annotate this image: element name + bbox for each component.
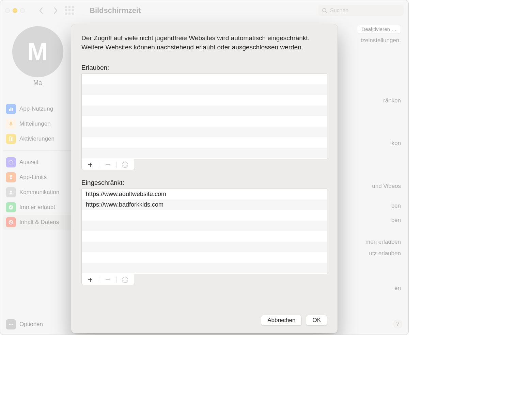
list-row[interactable]: https://www.badforkkids.com <box>82 199 327 210</box>
restrict-more-button[interactable]: … <box>116 277 134 283</box>
restrict-list[interactable]: https://www.adultwebsite.com https://www… <box>81 189 327 274</box>
restrict-list-label: Eingeschränkt: <box>81 179 327 187</box>
list-row-text: https://www.badforkkids.com <box>86 201 163 208</box>
allow-list[interactable] <box>81 74 327 159</box>
list-row[interactable] <box>82 210 327 221</box>
list-row[interactable] <box>82 252 327 263</box>
cancel-button[interactable]: Abbrechen <box>261 315 302 326</box>
modal-description: Der Zugriff auf viele nicht jugendfreie … <box>81 34 327 52</box>
ok-button[interactable]: OK <box>306 315 327 326</box>
allow-list-footer: … <box>81 159 135 170</box>
list-row[interactable] <box>82 95 327 106</box>
list-row[interactable] <box>82 137 327 148</box>
list-row[interactable] <box>82 84 327 95</box>
allow-remove-button <box>99 162 116 167</box>
list-row[interactable] <box>82 74 327 84</box>
allow-more-button[interactable]: … <box>116 162 134 168</box>
ellipsis-icon: … <box>122 277 128 283</box>
list-row[interactable] <box>82 242 327 252</box>
list-row-text: https://www.adultwebsite.com <box>86 191 166 198</box>
list-row[interactable] <box>82 231 327 242</box>
restrict-remove-button <box>99 277 116 282</box>
list-row[interactable] <box>82 106 327 116</box>
ellipsis-icon: … <box>122 162 128 168</box>
allow-list-label: Erlauben: <box>81 64 327 71</box>
restrict-list-footer: … <box>81 274 135 285</box>
list-row[interactable] <box>82 148 327 158</box>
web-content-sheet: Der Zugriff auf viele nicht jugendfreie … <box>71 24 338 333</box>
restrict-add-button[interactable] <box>82 277 99 282</box>
list-row[interactable] <box>82 221 327 231</box>
modal-button-row: Abbrechen OK <box>81 309 327 326</box>
list-row[interactable] <box>82 263 327 273</box>
list-row[interactable]: https://www.adultwebsite.com <box>82 189 327 199</box>
system-preferences-window: Bildschirmzeit Suchen M Ma App-Nutzung <box>0 0 409 335</box>
list-row[interactable] <box>82 116 327 127</box>
allow-add-button[interactable] <box>82 162 99 167</box>
list-row[interactable] <box>82 127 327 137</box>
